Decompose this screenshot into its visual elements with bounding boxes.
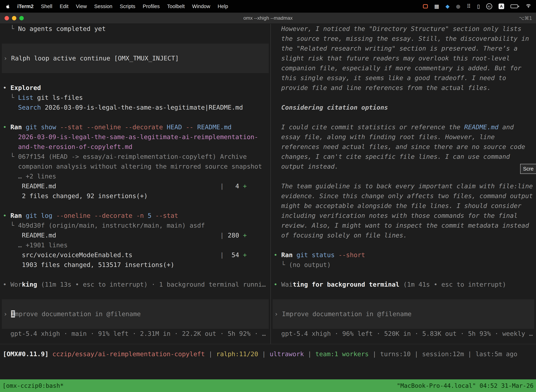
terminal-text-segment: [OMX#0.11.9] — [3, 350, 53, 358]
menu-item-view[interactable]: View — [72, 4, 90, 9]
terminal-line: └ 067f154 (HEAD -> essay/ai-reimplementa… — [0, 152, 270, 162]
minimize-button[interactable] — [12, 16, 16, 20]
menu-item-session[interactable]: Session — [91, 4, 116, 9]
terminal-text-segment: git ls-files — [33, 94, 83, 101]
dots-grid-icon[interactable]: ⠿ — [467, 4, 471, 9]
terminal-text-segment: 067f154 (HEAD -> essay/ai-reimplementati… — [18, 153, 247, 160]
menu-item-edit[interactable]: Edit — [56, 4, 72, 9]
terminal-text-segment — [3, 330, 10, 337]
terminal-text-segment: | — [220, 182, 224, 190]
terminal-line — [0, 112, 270, 122]
terminal-text-segment: git log — [26, 212, 53, 219]
pill-app-icon[interactable]: ▯ — [477, 4, 480, 9]
battery-nub — [518, 6, 519, 7]
terminal-text-segment: src/voice/voiceModeEnabled.ts — [3, 251, 220, 258]
input-source-icon[interactable]: A — [498, 4, 504, 9]
terminal-line: src/voice/voiceModeEnabled.ts | 54 + — [0, 250, 270, 260]
terminal-text-segment: 4b9d30f (origin/main, instructkr/main, m… — [18, 222, 205, 229]
terminal-text-segment: git show — [26, 123, 56, 131]
terminal-text-segment — [22, 212, 26, 219]
terminal-text-segment: ting for background terminal — [293, 281, 399, 288]
terminal-line: └ (no output) — [271, 260, 536, 270]
menu-item-window[interactable]: Window — [188, 4, 214, 9]
terminal-line: the "Related research writing" section i… — [271, 44, 536, 53]
terminal-line — [0, 289, 270, 299]
terminal-text-segment: and — [498, 123, 514, 131]
blue-app-icon[interactable]: ◆ — [445, 4, 450, 9]
terminal-text-segment: README.md — [3, 182, 220, 190]
terminal-text-segment: (1m 41s • esc to interrupt) — [403, 281, 506, 288]
close-button[interactable] — [5, 16, 9, 20]
menu-item-profiles[interactable]: Profiles — [139, 4, 163, 9]
terminal-line: I could cite commit statistics or refere… — [271, 122, 536, 132]
tmux-session-label: [omx-cczip0:bash* — [2, 382, 64, 389]
terminal-line: Considering citation options — [271, 103, 536, 112]
terminal-text-segment: the "Related research writing" section i… — [274, 45, 517, 52]
terminal-text-segment: including verification notes with those … — [274, 212, 517, 219]
wifi-icon[interactable] — [526, 3, 531, 9]
terminal-text-segment: --short — [339, 251, 365, 258]
terminal-text-segment: 4 — [224, 182, 243, 190]
menu-item-iterm2[interactable]: iTerm2 — [14, 4, 37, 9]
terminal-text-segment: • — [274, 251, 281, 258]
terminal-line — [271, 240, 536, 250]
terminal-text-segment: └ — [3, 222, 18, 229]
terminal-line: • Explored — [0, 83, 270, 93]
terminal-line: review. Also, I might want to inspect th… — [271, 221, 536, 230]
window-title: omx --xhigh --madmax — [0, 15, 536, 21]
terminal-text-segment — [132, 212, 136, 219]
terminal-text-segment — [151, 212, 155, 219]
traffic-lights — [0, 16, 24, 20]
terminal-text-segment: … +2 lines — [18, 173, 56, 180]
menu-item-scripts[interactable]: Scripts — [116, 4, 139, 9]
menu-item-toolbelt[interactable]: Toolbelt — [163, 4, 188, 9]
terminal-text-segment: 54 — [224, 251, 243, 258]
terminal-line: the source tree, missing the essay. Stil… — [271, 34, 536, 44]
screen-edge-tooltip[interactable]: Scre — [520, 164, 536, 174]
dark-app-icon[interactable]: ● — [456, 4, 460, 9]
terminal-text-segment: 2026-03-09-is-legal-the-same-as-legitima… — [18, 133, 258, 140]
terminal-line: However, I noticed the "Directory Struct… — [271, 24, 536, 34]
apple-menu[interactable] — [5, 4, 14, 9]
right-terminal-pane[interactable]: However, I noticed the "Directory Struct… — [271, 24, 536, 344]
terminal-line: 2026-03-09-is-legal-the-same-as-legitima… — [0, 132, 270, 142]
terminal-line: README.md | 4 + — [0, 181, 270, 191]
terminal-text-segment: cczip/essay/ai-reimplementation-copyleft — [53, 350, 205, 358]
terminal-line: • Ran git status --short — [271, 250, 536, 260]
terminal-text-segment — [3, 173, 18, 180]
terminal-text-segment: HEAD — [167, 123, 182, 131]
terminal-line — [0, 73, 270, 83]
terminal-text-segment: git status — [297, 251, 335, 258]
terminal-line — [271, 289, 536, 299]
terminal-text-segment: • — [274, 281, 281, 288]
zoom-button[interactable] — [19, 16, 24, 20]
terminal-text-segment: No agents completed yet — [18, 25, 106, 32]
terminal-line: output instead. — [271, 162, 536, 171]
terminal-text-segment — [293, 251, 297, 258]
left-terminal-pane[interactable]: └ No agents completed yet› Ralph loop ac… — [0, 24, 270, 344]
window-grid-icon[interactable]: ▦ — [434, 4, 439, 9]
terminal-text-segment: • — [3, 212, 10, 219]
terminal-text-segment — [182, 123, 186, 131]
tmux-status-bar: [omx-cczip0:bash* "MacBook-Pro-44.local"… — [0, 379, 536, 392]
terminal-text-segment: this single essay, it seems like a good … — [274, 74, 506, 81]
terminal-text-segment: Improve documentation in @filename — [282, 310, 412, 317]
terminal-text-segment: mprove documentation in @filename — [15, 310, 141, 317]
terminal-text-segment: + — [243, 251, 247, 258]
terminal-text-segment: Wor — [10, 281, 22, 288]
menu-item-shell[interactable]: Shell — [37, 4, 56, 9]
terminal-line: … +1901 lines — [0, 240, 270, 250]
battery-icon[interactable] — [511, 5, 519, 8]
terminal-text-segment: (11m 13s • esc to interrupt) · 1 backgro… — [41, 281, 266, 288]
terminal-text-segment: provide file and line references from th… — [274, 84, 491, 91]
battery-gauge-icon[interactable]: 61 — [486, 3, 492, 9]
terminal-text-segment: 1903 files changed, 513517 insertions(+) — [22, 261, 174, 268]
terminal-text-segment: | — [304, 350, 315, 358]
menu-item-help[interactable]: Help — [214, 4, 232, 9]
terminal-line: this single essay, it seems like a good … — [271, 73, 536, 83]
screen-recording-icon[interactable] — [423, 4, 428, 9]
terminal-line: └ No agents completed yet — [0, 24, 270, 34]
menu-item-list: iTerm2ShellEditViewSessionScriptsProfile… — [14, 4, 232, 9]
prompt-input[interactable]: › Improve documentation in @filename — [273, 299, 534, 329]
prompt-input[interactable]: › Improve documentation in @filename — [2, 299, 269, 329]
